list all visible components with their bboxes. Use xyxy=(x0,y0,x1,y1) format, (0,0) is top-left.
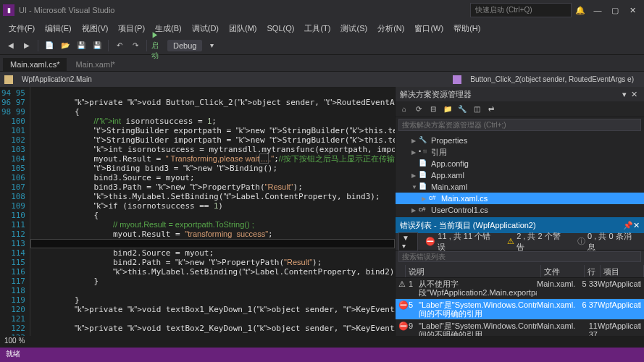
home-icon[interactable]: ⌂ xyxy=(398,104,410,115)
warning-icon: ⚠ xyxy=(507,237,514,246)
menu-item[interactable]: 文件(F) xyxy=(4,22,39,35)
menu-item[interactable]: 工具(T) xyxy=(300,22,335,35)
solution-toolbar: ⌂ ⟳ ⊟ 📁 🔧 ◫ ⇄ xyxy=(396,101,644,117)
tree-node[interactable]: ▶•◾引用 xyxy=(396,146,644,158)
error-search xyxy=(396,251,644,265)
quick-launch-input[interactable]: 快速启动 (Ctrl+Q) xyxy=(470,3,572,17)
file-icon: 📄 xyxy=(419,182,429,191)
expand-icon[interactable]: ▼ xyxy=(411,184,419,190)
solution-tree: ▶🔧Properties▶•◾引用📄App.config▶📄App.xaml▼📄… xyxy=(396,133,644,217)
collapse-icon[interactable]: ⊟ xyxy=(427,104,439,115)
code-editor[interactable]: 94 95 96 97 98 99 100 101 102 103 104 10… xyxy=(0,87,395,336)
error-columns: 说明 文件 行 项目 xyxy=(396,265,644,278)
error-search-input[interactable] xyxy=(398,251,641,262)
menu-bar: 文件(F)编辑(E)视图(V)项目(P)生成(B)调试(D)团队(M)SQL(Q… xyxy=(0,20,644,36)
solution-explorer-header: 解决方案资源管理器 ▾ ✕ xyxy=(396,87,644,101)
file-icon: 📄 xyxy=(419,159,429,168)
expand-icon[interactable]: ▶ xyxy=(411,138,419,144)
vs-logo-icon: ▮ xyxy=(3,4,14,16)
menu-item[interactable]: 调试(D) xyxy=(188,22,223,35)
node-label: UserControl1.cs xyxy=(431,206,488,214)
nav-back-icon[interactable]: ◀ xyxy=(4,39,17,52)
solution-explorer-title: 解决方案资源管理器 xyxy=(400,89,472,100)
error-list: ⚠1从不使用字段"WpfApplication2.Main.exportpath… xyxy=(396,278,644,336)
title-bar: ▮ UI - Microsoft Visual Studio 快速启动 (Ctr… xyxy=(0,0,644,20)
panel-dropdown-icon[interactable]: ▾ xyxy=(620,90,629,99)
menu-item[interactable]: 分析(N) xyxy=(373,22,409,35)
config-dropdown[interactable]: Debug xyxy=(167,40,202,51)
file-icon: c# xyxy=(419,206,429,214)
minimize-button[interactable]: — xyxy=(589,6,606,14)
col-file[interactable]: 文件 xyxy=(541,265,585,277)
error-row[interactable]: ⚠1从不使用字段"WpfApplication2.Main.exportpath… xyxy=(396,278,644,299)
error-row[interactable]: ⛔5"Label"是"System.Windows.Controls.Label… xyxy=(396,299,644,320)
file-icon: 🔧 xyxy=(419,136,429,145)
node-label: Main.xaml xyxy=(431,182,467,191)
save-icon[interactable]: 💾 xyxy=(75,39,88,52)
node-label: Properties xyxy=(431,136,467,145)
error-icon: ⛔ xyxy=(425,237,435,246)
document-tab[interactable]: Main.xaml.cs* xyxy=(3,58,67,71)
col-desc[interactable]: 说明 xyxy=(406,265,541,277)
zoom-indicator[interactable]: 100 % xyxy=(0,336,644,348)
expand-icon[interactable]: ▶ xyxy=(411,172,419,179)
row-icon: ⛔ xyxy=(398,321,409,336)
filter-dropdown[interactable]: ▼ ▾ xyxy=(398,232,418,251)
nav-fwd-icon[interactable]: ▶ xyxy=(20,39,33,52)
window-title: UI - Microsoft Visual Studio xyxy=(19,6,114,14)
document-tab[interactable]: Main.xaml* xyxy=(68,58,122,71)
expand-icon[interactable]: ▶ xyxy=(422,195,429,202)
menu-item[interactable]: SQL(Q) xyxy=(263,22,299,34)
save-all-icon[interactable]: 💾 xyxy=(91,39,104,52)
menu-item[interactable]: 帮助(H) xyxy=(449,22,485,35)
breadcrumb-class[interactable]: WpfApplication2.Main xyxy=(16,75,98,83)
error-row[interactable]: ⛔9"Label"是"System.Windows.Controls.Label… xyxy=(396,320,644,336)
expand-icon[interactable]: ▶ xyxy=(411,149,419,156)
tree-node[interactable]: ▶c#UserControl1.cs xyxy=(396,204,644,216)
open-icon[interactable]: 📂 xyxy=(59,39,72,52)
panel-close-icon[interactable]: ✕ xyxy=(629,90,640,99)
node-label: App.config xyxy=(431,159,469,168)
sync-icon[interactable]: ⇄ xyxy=(485,104,497,115)
close-button[interactable]: ✕ xyxy=(624,6,641,15)
menu-item[interactable]: 团队(M) xyxy=(225,22,262,35)
redo-icon[interactable]: ↷ xyxy=(129,39,142,52)
menu-item[interactable]: 测试(S) xyxy=(336,22,372,35)
menu-item[interactable]: 项目(P) xyxy=(114,22,149,35)
file-icon: 📄 xyxy=(419,171,429,180)
notify-icon[interactable]: 🔔 xyxy=(572,6,589,15)
node-label: App.xaml xyxy=(431,171,464,180)
new-project-icon[interactable]: 📄 xyxy=(43,39,56,52)
preview-icon[interactable]: ◫ xyxy=(471,104,482,115)
file-icon: •◾ xyxy=(419,148,429,156)
tree-node[interactable]: ▼📄Main.xaml xyxy=(396,181,644,193)
properties-icon[interactable]: 🔧 xyxy=(456,104,468,115)
show-all-icon[interactable]: 📁 xyxy=(442,104,453,115)
menu-item[interactable]: 视图(V) xyxy=(78,22,113,35)
dropdown-icon[interactable]: ▾ xyxy=(205,39,218,52)
nav-breadcrumb: WpfApplication2.Main Button_Click_2(obje… xyxy=(0,71,644,87)
main-toolbar: ◀ ▶ 📄 📂 💾 💾 ↶ ↷ ▶ 启动 Debug ▾ xyxy=(0,36,644,55)
file-icon: c# xyxy=(429,194,439,203)
class-icon xyxy=(4,75,13,84)
refresh-icon[interactable]: ⟳ xyxy=(413,104,425,115)
tree-node[interactable]: ▶🔧Properties xyxy=(396,135,644,146)
undo-icon[interactable]: ↶ xyxy=(113,39,126,52)
tree-node[interactable]: ▶c#Main.xaml.cs xyxy=(396,193,644,204)
row-icon: ⛔ xyxy=(398,300,409,318)
col-line[interactable]: 行 xyxy=(585,265,601,277)
method-icon xyxy=(453,75,461,84)
node-label: Main.xaml.cs xyxy=(441,194,488,203)
code-area[interactable]: "k">private "k">void Button_Click_2("k">… xyxy=(30,87,395,336)
maximize-button[interactable]: ▢ xyxy=(606,6,624,15)
col-proj[interactable]: 项目 xyxy=(601,265,644,277)
menu-item[interactable]: 窗口(W) xyxy=(410,22,448,35)
start-debug-button[interactable]: ▶ 启动 xyxy=(151,39,164,52)
expand-icon[interactable]: ▶ xyxy=(411,207,419,214)
menu-item[interactable]: 编辑(E) xyxy=(41,22,76,35)
tree-node[interactable]: ▶📄App.xaml xyxy=(396,169,644,181)
tree-node[interactable]: 📄App.config xyxy=(396,158,644,169)
solution-search-input[interactable] xyxy=(398,119,641,131)
solution-search xyxy=(396,117,644,133)
breadcrumb-method[interactable]: Button_Click_2(object sender, RoutedEven… xyxy=(464,75,640,83)
